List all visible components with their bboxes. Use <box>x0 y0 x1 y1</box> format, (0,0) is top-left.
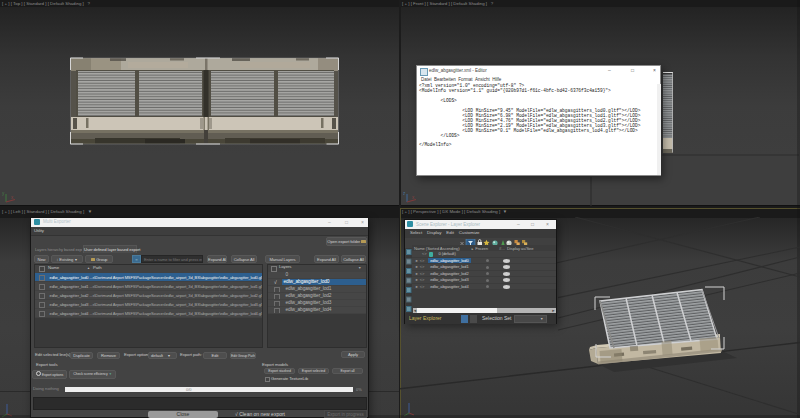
svg-text:x: x <box>11 195 14 200</box>
svg-text:x: x <box>412 195 415 200</box>
svg-text:z: z <box>403 191 406 196</box>
svg-text:y: y <box>2 191 5 196</box>
